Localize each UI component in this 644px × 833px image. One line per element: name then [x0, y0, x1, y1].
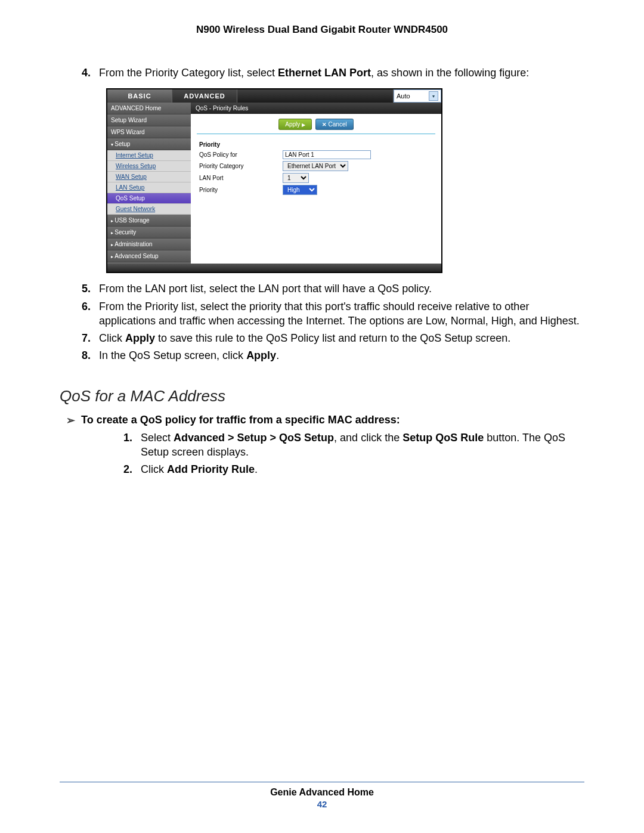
step-number: 5. [60, 281, 99, 296]
tab-basic[interactable]: BASIC [107, 89, 172, 103]
cancel-button[interactable]: Cancel [315, 119, 354, 130]
page-footer: Genie Advanced Home 42 [60, 782, 584, 809]
step-pre: Click [141, 463, 167, 475]
doc-header-title: N900 Wireless Dual Band Gigabit Router W… [60, 24, 584, 36]
priority-category-label: Priority Category [199, 163, 283, 169]
step-number: 1. [101, 431, 141, 445]
sidebar-wireless-setup[interactable]: Wireless Setup [107, 161, 191, 172]
step-body: Select Advanced > Setup > QoS Setup, and… [141, 431, 584, 460]
step-body: Click Add Priority Rule. [141, 462, 584, 476]
step-bold: Add Priority Rule [167, 463, 255, 475]
sidebar-usb-storage[interactable]: USB Storage [107, 215, 191, 227]
step-pre: Click [99, 332, 125, 344]
sidebar-internet-setup[interactable]: Internet Setup [107, 150, 191, 161]
step-5: 5. From the LAN port list, select the LA… [60, 281, 584, 296]
step-4: 4. From the Priority Category list, sele… [60, 66, 584, 80]
language-label: Auto [397, 92, 410, 100]
task-line: ➢ To create a QoS policy for traffic fro… [60, 414, 584, 427]
footer-rule [60, 782, 584, 782]
step-body: Click Apply to save this rule to the QoS… [99, 331, 584, 345]
step-6: 6. From the Priority list, select the pr… [60, 299, 584, 329]
step-pre: From the Priority Category list, select [99, 67, 278, 79]
panel-title: QoS - Priority Rules [191, 103, 441, 114]
priority-heading: Priority [199, 141, 433, 148]
substep-2: 2. Click Add Priority Rule. [101, 462, 584, 476]
sidebar-wan-setup[interactable]: WAN Setup [107, 172, 191, 182]
sidebar-wps-wizard[interactable]: WPS Wizard [107, 126, 191, 138]
priority-category-select[interactable]: Ethernet LAN Port [283, 161, 348, 171]
step-body: From the LAN port list, select the LAN p… [99, 281, 584, 296]
step-8: 8. In the QoS Setup screen, click Apply. [60, 348, 584, 363]
step-post: . [255, 463, 258, 475]
step-post: to save this rule to the QoS Policy list… [155, 332, 510, 344]
step-bold: Apply [125, 332, 155, 344]
step-post: , as shown in the following figure: [371, 67, 529, 79]
page-number: 42 [60, 799, 584, 809]
sidebar-advanced-setup[interactable]: Advanced Setup [107, 250, 191, 262]
priority-select[interactable]: High [283, 185, 317, 195]
lan-port-select[interactable]: 1 [283, 173, 309, 183]
apply-button[interactable]: Apply [278, 119, 311, 130]
step-bold: Ethernet LAN Port [278, 67, 371, 79]
sidebar-guest-network[interactable]: Guest Network [107, 204, 191, 215]
step-post: . [276, 349, 279, 361]
router-tab-bar: BASIC ADVANCED Auto ▾ [107, 89, 441, 103]
button-bar: Apply Cancel [197, 114, 435, 134]
step-body: In the QoS Setup screen, click Apply. [99, 348, 584, 363]
step-number: 7. [60, 331, 99, 345]
priority-form: Priority QoS Policy for Priority Categor… [191, 134, 441, 200]
step-bold: Apply [246, 349, 276, 361]
router-sidebar: ADVANCED Home Setup Wizard WPS Wizard Se… [107, 103, 191, 264]
sidebar-security[interactable]: Security [107, 227, 191, 239]
task-text: To create a QoS policy for traffic from … [81, 414, 400, 426]
sidebar-lan-setup[interactable]: LAN Setup [107, 182, 191, 193]
step-body: From the Priority Category list, select … [99, 66, 584, 80]
sidebar-qos-setup[interactable]: QoS Setup [107, 193, 191, 204]
lan-port-label: LAN Port [199, 175, 283, 181]
chevron-down-icon: ▾ [429, 91, 438, 101]
sidebar-advanced-home[interactable]: ADVANCED Home [107, 103, 191, 114]
router-footer-bar [107, 264, 441, 272]
tab-spacer [237, 89, 394, 103]
step-7: 7. Click Apply to save this rule to the … [60, 331, 584, 345]
router-admin-screenshot: BASIC ADVANCED Auto ▾ ADVANCED Home Setu… [106, 88, 442, 273]
step-number: 6. [60, 299, 99, 314]
step-pre: Select [141, 432, 174, 444]
step-number: 8. [60, 348, 99, 363]
step-bold: Advanced > Setup > QoS Setup [174, 432, 334, 444]
triangle-bullet-icon: ➢ [60, 414, 81, 427]
tab-advanced[interactable]: ADVANCED [172, 89, 237, 103]
sidebar-setup[interactable]: Setup [107, 138, 191, 150]
step-pre: In the QoS Setup screen, click [99, 349, 246, 361]
step-body: From the Priority list, select the prior… [99, 299, 584, 329]
step-bold2: Setup QoS Rule [402, 432, 484, 444]
language-select[interactable]: Auto ▾ [394, 89, 441, 103]
step-mid: , and click the [334, 432, 402, 444]
section-heading: QoS for a MAC Address [60, 387, 584, 405]
substep-1: 1. Select Advanced > Setup > QoS Setup, … [101, 431, 584, 460]
step-number: 2. [101, 462, 141, 476]
router-main-panel: QoS - Priority Rules Apply Cancel Priori… [191, 103, 441, 264]
sidebar-setup-wizard[interactable]: Setup Wizard [107, 114, 191, 126]
priority-label: Priority [199, 187, 283, 193]
step-number: 4. [60, 66, 99, 80]
qos-policy-for-input[interactable] [283, 150, 371, 159]
footer-title: Genie Advanced Home [60, 787, 584, 798]
qos-policy-for-label: QoS Policy for [199, 151, 283, 158]
sidebar-administration[interactable]: Administration [107, 239, 191, 250]
